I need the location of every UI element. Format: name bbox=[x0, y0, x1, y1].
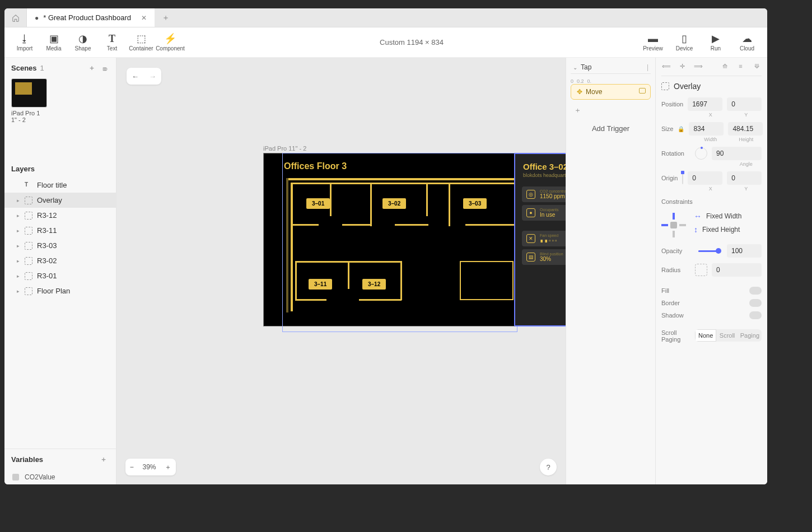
fixed-width-toggle[interactable]: ↔Fixed Width bbox=[694, 212, 762, 221]
rotation-field[interactable]: 90 bbox=[712, 147, 762, 160]
scroll-paging-segment[interactable]: None Scroll Paging bbox=[695, 329, 762, 342]
room-3-01[interactable]: 3–01 bbox=[306, 198, 330, 209]
layer-item-floor-title[interactable]: TFloor title bbox=[4, 178, 116, 193]
shadow-toggle[interactable] bbox=[749, 311, 762, 319]
help-button[interactable]: ? bbox=[540, 459, 557, 475]
overlay-subtitle: blokdots headquarters bbox=[515, 172, 566, 184]
align-top-button[interactable]: ⟰ bbox=[720, 61, 730, 71]
layer-item-r3-01[interactable]: ▸R3-01 bbox=[4, 268, 116, 283]
align-right-button[interactable]: ⟹ bbox=[693, 61, 703, 71]
room-3-03[interactable]: 3–03 bbox=[463, 198, 487, 209]
scenes-header: Scenes1 ＋ ⎄ bbox=[4, 58, 116, 78]
text-button[interactable]: TText bbox=[97, 33, 127, 52]
layers-header: Layers bbox=[4, 160, 116, 178]
timeline-ruler: 00.20. bbox=[571, 77, 651, 84]
nav-back-icon: ← bbox=[132, 72, 139, 81]
artboard-size-label[interactable]: Custom 1194 × 834 bbox=[185, 38, 638, 46]
zoom-out-button[interactable]: − bbox=[130, 463, 134, 471]
move-icon: ✥ bbox=[577, 88, 582, 96]
align-hcenter-button[interactable]: ✛ bbox=[678, 61, 688, 71]
position-y-field[interactable]: 0 bbox=[727, 97, 762, 111]
layer-item-r3-03[interactable]: ▸R3-03 bbox=[4, 238, 116, 253]
home-tab[interactable] bbox=[4, 8, 27, 27]
radius-mode-button[interactable] bbox=[695, 264, 707, 276]
overlay-title: Office 3–02 bbox=[515, 154, 566, 172]
origin-x-field[interactable]: 0 bbox=[688, 171, 722, 185]
inspector-title: Overlay bbox=[661, 76, 762, 97]
fan-icon: ✕ bbox=[526, 234, 535, 243]
position-x-field[interactable]: 1697 bbox=[688, 97, 722, 111]
blinds-icon: ▤ bbox=[526, 253, 535, 262]
preview-button[interactable]: ▬Preview bbox=[638, 33, 668, 52]
layer-item-r3-11[interactable]: ▸R3-11 bbox=[4, 223, 116, 238]
scenes-options-button[interactable]: ⎄ bbox=[101, 63, 109, 73]
close-icon[interactable]: ✕ bbox=[141, 14, 147, 22]
origin-y-field[interactable]: 0 bbox=[727, 171, 762, 185]
add-scene-button[interactable]: ＋ bbox=[86, 62, 97, 74]
align-bottom-button[interactable]: ⟱ bbox=[752, 61, 762, 71]
device-button[interactable]: ▯Device bbox=[670, 33, 699, 52]
add-trigger-button[interactable]: Add Trigger bbox=[571, 116, 651, 141]
opacity-field[interactable]: 100 bbox=[727, 244, 762, 258]
tab-bar: ● * Great Product Dashboard ✕ ＋ bbox=[4, 8, 767, 27]
import-button[interactable]: ⭳Import bbox=[10, 33, 39, 52]
trigger-dropdown[interactable]: ⌄ Tap | bbox=[571, 61, 651, 74]
nav-arrows[interactable]: ←→ bbox=[127, 68, 161, 85]
variable-item[interactable]: CO2Value bbox=[4, 470, 116, 484]
rotation-dial[interactable] bbox=[695, 147, 707, 160]
floor-title: Offices Floor 3 bbox=[284, 161, 347, 171]
target-icon bbox=[639, 88, 646, 94]
constraints-picker[interactable] bbox=[661, 213, 686, 237]
interactions-panel: ⌄ Tap | 00.20. ✥ Move ＋ Add Trigger bbox=[566, 58, 655, 484]
run-button[interactable]: ▶Run bbox=[701, 33, 730, 52]
height-field[interactable]: 484.15 bbox=[728, 122, 763, 136]
room-3-11[interactable]: 3–11 bbox=[309, 279, 332, 290]
container-button[interactable]: ⬚Container bbox=[127, 33, 156, 52]
media-button[interactable]: ▣Media bbox=[39, 33, 68, 52]
variables-header: Variables ＋ bbox=[4, 449, 116, 470]
fixed-height-toggle[interactable]: ↕Fixed Height bbox=[694, 225, 762, 234]
artboard-name[interactable]: iPad Pro 11" - 2 bbox=[263, 145, 306, 152]
nav-fwd-icon: → bbox=[149, 72, 156, 81]
layer-item-floor-plan[interactable]: ▸Floor Plan bbox=[4, 283, 116, 298]
toolbar: ⭳Import ▣Media ◑Shape TText ⬚Container ⚡… bbox=[4, 27, 767, 58]
overlay-fan: ✕Fan speed∎∎▫▫▫ bbox=[522, 231, 566, 246]
chevron-down-icon: ⌄ bbox=[573, 64, 577, 71]
action-move[interactable]: ✥ Move bbox=[571, 84, 651, 100]
radius-field[interactable]: 0 bbox=[712, 263, 762, 277]
align-left-button[interactable]: ⟸ bbox=[661, 61, 671, 71]
overlay-blinds: ▤Blind position30% bbox=[522, 249, 566, 265]
border-toggle[interactable] bbox=[749, 299, 762, 307]
shape-button[interactable]: ◑Shape bbox=[68, 33, 97, 52]
tab-title: * Great Product Dashboard bbox=[43, 13, 131, 22]
component-button[interactable]: ⚡Component bbox=[156, 33, 185, 52]
cloud-button[interactable]: ☁Cloud bbox=[732, 33, 762, 52]
zoom-control[interactable]: −39%＋ bbox=[125, 459, 176, 475]
lock-icon[interactable]: 🔒 bbox=[678, 126, 684, 132]
room-3-02[interactable]: 3–02 bbox=[382, 198, 406, 209]
align-vcenter-button[interactable]: ≡ bbox=[736, 61, 746, 71]
zoom-in-button[interactable]: ＋ bbox=[165, 463, 171, 472]
person-icon: ● bbox=[526, 208, 535, 217]
scene-thumbnail[interactable]: iPad Pro 1 1" - 2 bbox=[11, 78, 109, 123]
layer-item-r3-02[interactable]: ▸R3-02 bbox=[4, 253, 116, 268]
fill-toggle[interactable] bbox=[749, 287, 762, 295]
document-tab[interactable]: ● * Great Product Dashboard ✕ bbox=[27, 8, 155, 27]
left-panel: Scenes1 ＋ ⎄ iPad Pro 1 1" - 2 Layers TFl… bbox=[4, 58, 116, 484]
origin-picker[interactable] bbox=[682, 172, 683, 184]
overlay-occupants: ●OccupantsIn use bbox=[522, 205, 566, 221]
inspector-panel: ⟸ ✛ ⟹ ⟰ ≡ ⟱ Overlay Position 1697 0 XY S… bbox=[655, 58, 767, 484]
opacity-slider[interactable] bbox=[698, 250, 719, 252]
canvas[interactable]: ←→ iPad Pro 11" - 2 Offices Floor 3 bbox=[116, 58, 566, 484]
layer-item-overlay[interactable]: ▸Overlay bbox=[4, 193, 116, 208]
width-field[interactable]: 834 bbox=[689, 122, 724, 136]
constraints-label: Constraints bbox=[661, 198, 762, 205]
add-action-button[interactable]: ＋ bbox=[571, 104, 651, 116]
room-3-12[interactable]: 3–12 bbox=[362, 279, 386, 290]
add-tab-button[interactable]: ＋ bbox=[155, 8, 177, 27]
add-variable-button[interactable]: ＋ bbox=[98, 454, 109, 465]
layer-item-r3-12[interactable]: ▸R3-12 bbox=[4, 208, 116, 223]
overlay-card[interactable]: ✕ Office 3–02 blokdots headquarters ◎CO2… bbox=[514, 153, 566, 326]
co2-icon: ◎ bbox=[526, 190, 535, 199]
overlay-co2: ◎CO2 concentration1150 ppm bbox=[522, 186, 566, 202]
